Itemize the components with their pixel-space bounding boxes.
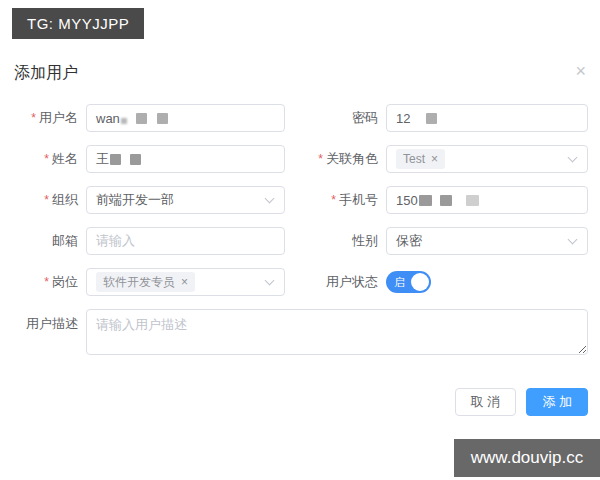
toggle-on-text: 启 xyxy=(394,275,405,290)
status-label: 用户状态 xyxy=(293,268,378,296)
redacted-block xyxy=(121,118,127,124)
username-value: wan xyxy=(96,111,120,126)
name-label: *姓名 xyxy=(14,145,78,173)
required-star: * xyxy=(31,111,36,125)
role-tag: Test × xyxy=(396,149,445,169)
username-label: *用户名 xyxy=(14,104,78,132)
cancel-button[interactable]: 取 消 xyxy=(455,388,517,416)
redacted-block xyxy=(157,113,168,124)
redacted-block xyxy=(136,113,147,124)
redacted-block xyxy=(130,154,141,165)
name-input[interactable]: 王 xyxy=(86,145,285,173)
required-star: * xyxy=(318,152,323,166)
required-star: * xyxy=(331,193,336,207)
password-input[interactable]: 12 xyxy=(386,104,588,132)
name-value: 王 xyxy=(96,150,109,168)
username-input[interactable]: wan xyxy=(86,104,285,132)
add-button[interactable]: 添 加 xyxy=(526,388,588,416)
modal-title: 添加用户 xyxy=(14,63,78,84)
position-select[interactable]: 软件开发专员 × xyxy=(86,268,285,296)
redacted-block xyxy=(419,195,432,206)
password-value: 12 xyxy=(396,111,410,126)
modal-footer: 取 消 添 加 xyxy=(455,388,588,416)
email-input[interactable]: 请输入 xyxy=(86,227,285,255)
add-user-form: *用户名 wan 密码 12 *姓名 王 *关联角色 Test × *组织 前端… xyxy=(14,104,588,355)
redacted-block xyxy=(110,154,121,165)
role-label: *关联角色 xyxy=(293,145,378,173)
description-label: 用户描述 xyxy=(14,309,78,332)
tg-badge: TG: MYYJJPP xyxy=(12,8,144,39)
organization-select[interactable]: 前端开发一部 xyxy=(86,186,285,214)
organization-label: *组织 xyxy=(14,186,78,214)
tag-close-icon[interactable]: × xyxy=(181,275,188,289)
toggle-knob xyxy=(411,273,429,291)
organization-value: 前端开发一部 xyxy=(96,191,174,209)
chevron-down-icon xyxy=(265,276,275,286)
position-tag: 软件开发专员 × xyxy=(96,272,195,292)
chevron-down-icon xyxy=(265,194,275,204)
required-star: * xyxy=(44,152,49,166)
email-label: 邮箱 xyxy=(14,227,78,255)
gender-value: 保密 xyxy=(396,232,422,250)
email-placeholder: 请输入 xyxy=(96,232,135,250)
gender-select[interactable]: 保密 xyxy=(386,227,588,255)
status-toggle[interactable]: 启 xyxy=(386,271,431,293)
role-select[interactable]: Test × xyxy=(386,145,588,173)
required-star: * xyxy=(44,275,49,289)
password-label: 密码 xyxy=(293,104,378,132)
description-textarea[interactable] xyxy=(86,309,588,355)
phone-input[interactable]: 150 xyxy=(386,186,588,214)
redacted-block xyxy=(466,195,479,206)
phone-label: *手机号 xyxy=(293,186,378,214)
position-label: *岗位 xyxy=(14,268,78,296)
redacted-block xyxy=(440,195,452,206)
close-icon[interactable]: × xyxy=(575,62,586,80)
required-star: * xyxy=(44,193,49,207)
gender-label: 性别 xyxy=(293,227,378,255)
chevron-down-icon xyxy=(568,153,578,163)
phone-value: 150 xyxy=(396,193,418,208)
tag-close-icon[interactable]: × xyxy=(431,152,438,166)
redacted-block xyxy=(426,113,437,124)
chevron-down-icon xyxy=(568,235,578,245)
watermark: www.douvip.cc xyxy=(454,439,600,477)
